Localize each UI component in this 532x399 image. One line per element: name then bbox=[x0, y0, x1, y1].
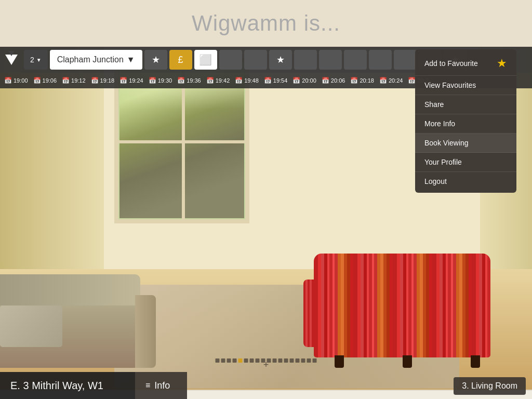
favourite-btn-2[interactable]: ★ bbox=[269, 50, 292, 70]
sofa-left bbox=[0, 264, 156, 368]
bedrooms-value: 2 bbox=[30, 56, 34, 64]
dot-12[interactable] bbox=[278, 358, 283, 363]
toolbar-btn-4[interactable] bbox=[244, 50, 267, 70]
favourite-btn-1[interactable]: ★ bbox=[144, 50, 167, 70]
dot-1[interactable] bbox=[216, 358, 220, 363]
dot-17[interactable] bbox=[307, 358, 311, 363]
menu-label-more-info: More Info bbox=[424, 119, 455, 128]
bedrooms-arrow: ▼ bbox=[36, 57, 42, 63]
time-item: 📅20:00 bbox=[292, 77, 316, 84]
dot-6[interactable] bbox=[244, 358, 248, 363]
time-item: 📅19:12 bbox=[62, 77, 86, 84]
dot-14[interactable] bbox=[290, 358, 294, 363]
menu-view-favourites[interactable]: View Favourites bbox=[415, 76, 516, 95]
menu-your-profile[interactable]: Your Profile bbox=[415, 153, 516, 172]
menu-label-share: Share bbox=[424, 100, 444, 109]
center-cross: + bbox=[263, 360, 269, 370]
time-item: 📅19:54 bbox=[264, 77, 288, 84]
menu-label-add-favourite: Add to Favourite bbox=[424, 59, 478, 68]
photos-btn[interactable]: ⬜ bbox=[194, 50, 217, 70]
time-item: 📅20:24 bbox=[379, 77, 403, 84]
dot-2[interactable] bbox=[221, 358, 225, 363]
app-title: Wigwamm is... bbox=[192, 11, 340, 36]
bedrooms-dropdown[interactable]: 2 ▼ bbox=[24, 50, 48, 70]
info-button[interactable]: ≡ Info bbox=[135, 372, 187, 399]
dot-4[interactable] bbox=[233, 358, 237, 363]
time-item: 📅20:18 bbox=[350, 77, 374, 84]
info-label: Info bbox=[154, 380, 170, 391]
menu-book-viewing[interactable]: Book Viewing bbox=[415, 134, 516, 153]
dot-5[interactable] bbox=[238, 358, 243, 363]
menu-label-view-favourites: View Favourites bbox=[424, 81, 476, 89]
toolbar-btn-7[interactable] bbox=[344, 50, 367, 70]
toolbar-btn-5[interactable] bbox=[294, 50, 317, 70]
menu-more-info[interactable]: More Info bbox=[415, 114, 516, 134]
price-icon: £ bbox=[178, 55, 183, 65]
context-menu: Add to Favourite ★ View Favourites Share… bbox=[415, 49, 516, 193]
address-text: E. 3 Mithril Way, W1 bbox=[10, 380, 103, 392]
time-item: 📅19:00 bbox=[4, 77, 28, 84]
toolbar-btn-9[interactable] bbox=[394, 50, 417, 70]
dot-13[interactable] bbox=[284, 358, 288, 363]
location-arrow: ▼ bbox=[127, 55, 135, 64]
star-icon-2: ★ bbox=[276, 54, 285, 65]
header: Wigwamm is... bbox=[0, 0, 532, 47]
sofa-right bbox=[303, 243, 490, 357]
info-icon: ≡ bbox=[145, 381, 150, 390]
time-item: 📅19:48 bbox=[235, 77, 259, 84]
menu-add-favourite[interactable]: Add to Favourite ★ bbox=[415, 51, 516, 76]
toolbar-btn-8[interactable] bbox=[369, 50, 392, 70]
toolbar-logo-triangle bbox=[5, 55, 18, 65]
photos-icon: ⬜ bbox=[199, 54, 212, 66]
time-item: 📅19:06 bbox=[33, 77, 57, 84]
time-item: 📅19:42 bbox=[206, 77, 230, 84]
time-item: 📅19:36 bbox=[177, 77, 201, 84]
star-icon-1: ★ bbox=[152, 54, 160, 65]
dot-11[interactable] bbox=[273, 358, 277, 363]
menu-share[interactable]: Share bbox=[415, 95, 516, 114]
dot-7[interactable] bbox=[250, 358, 254, 363]
time-item: 📅19:24 bbox=[119, 77, 143, 84]
location-value: Clapham Junction bbox=[57, 55, 124, 64]
toolbar-btn-3[interactable] bbox=[219, 50, 242, 70]
star-favourite-icon: ★ bbox=[497, 57, 507, 70]
menu-label-your-profile: Your Profile bbox=[424, 158, 462, 166]
time-item: 📅19:30 bbox=[149, 77, 172, 84]
menu-logout[interactable]: Logout bbox=[415, 172, 516, 191]
location-dropdown[interactable]: Clapham Junction ▼ bbox=[50, 50, 142, 70]
price-btn[interactable]: £ bbox=[169, 50, 192, 70]
toolbar-btn-6[interactable] bbox=[319, 50, 342, 70]
dot-8[interactable] bbox=[256, 358, 260, 363]
time-item: 📅19:18 bbox=[91, 77, 115, 84]
menu-label-logout: Logout bbox=[424, 177, 447, 185]
bottom-bar: E. 3 Mithril Way, W1 ≡ Info bbox=[0, 372, 532, 399]
toolbar-logo bbox=[5, 55, 18, 65]
dot-15[interactable] bbox=[296, 358, 300, 363]
menu-label-book-viewing: Book Viewing bbox=[424, 139, 469, 147]
time-item: 📅20:06 bbox=[322, 77, 345, 84]
dot-18[interactable] bbox=[313, 358, 317, 363]
dot-16[interactable] bbox=[301, 358, 305, 363]
address-section: E. 3 Mithril Way, W1 bbox=[0, 372, 135, 399]
dot-3[interactable] bbox=[227, 358, 231, 363]
